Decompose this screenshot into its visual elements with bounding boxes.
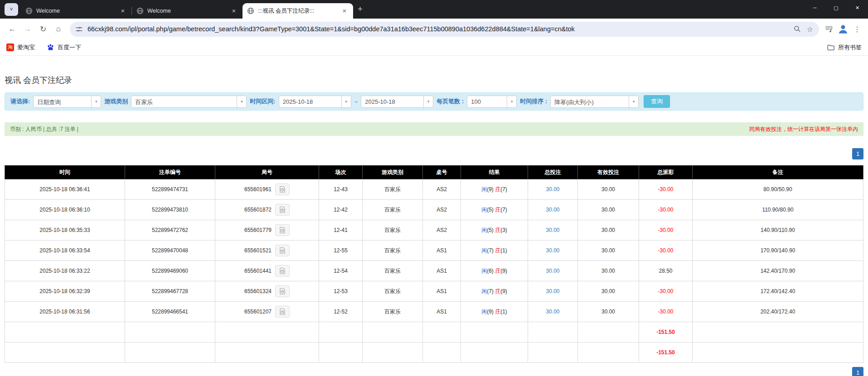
video-replay-button[interactable]	[275, 204, 290, 216]
video-replay-button[interactable]	[275, 245, 290, 256]
minimize-button[interactable]: ─	[804, 0, 825, 15]
remark-cell: 80.90/50.90	[693, 179, 863, 200]
bookmark-taobao[interactable]: 淘 爱淘宝	[6, 43, 35, 52]
column-header: 总派彩	[639, 166, 693, 179]
total-bet-cell: 30.00	[528, 179, 578, 200]
player-result-label: 闲	[481, 288, 487, 294]
new-tab-button[interactable]: +	[358, 4, 363, 14]
tab-title: Welcome	[36, 8, 115, 14]
close-window-button[interactable]: ✕	[847, 0, 868, 15]
refresh-button[interactable]: ↻	[36, 22, 50, 36]
query-type-select[interactable]: 日期查询 ▼	[33, 96, 101, 108]
pagination-bottom: 1	[5, 367, 863, 376]
page-size-select[interactable]: 100 ▼	[467, 96, 517, 108]
result-cell: 闲(9) 庄(1)	[461, 302, 528, 322]
round-wrap: 655601779	[215, 224, 319, 236]
total-bet-cell: 210.00	[528, 342, 578, 363]
taobao-icon: 淘	[6, 43, 14, 51]
close-icon[interactable]: ×	[340, 7, 349, 15]
bookmark-star-icon[interactable]: ☆	[804, 23, 816, 35]
column-header: 有效投注	[578, 166, 639, 179]
player-result-value: (5)	[487, 227, 495, 233]
summary-label-cell: 小计	[5, 322, 125, 342]
chevron-down-icon: ▼	[91, 96, 101, 107]
round-id: 655601521	[244, 247, 272, 254]
sort-value: 降幂(由大到小)	[551, 96, 629, 107]
player-result-label: 闲	[481, 227, 487, 233]
table-row: 2025-10-18 06:35:33522899472762655601779…	[5, 220, 863, 241]
tune-icon[interactable]	[75, 25, 83, 33]
banker-result-value: (7)	[500, 207, 507, 213]
sort-label: 时间排序 :	[520, 97, 547, 106]
date-from-select[interactable]: 2025-10-18 ▼	[279, 96, 351, 108]
banker-result-label: 庄	[495, 227, 500, 233]
date-to-value: 2025-10-18	[361, 96, 423, 107]
valid-bet-cell: 30.00	[578, 220, 639, 241]
bookmark-baidu[interactable]: 百度一下	[47, 43, 81, 52]
player-result-value: (7)	[487, 247, 495, 254]
back-button[interactable]: ←	[5, 22, 19, 36]
media-controls-icon[interactable]	[823, 23, 835, 35]
page-1-button[interactable]: 1	[852, 148, 863, 159]
page-content: 视讯 会员下注纪录 请选择: 日期查询 ▼ 游戏类别 百家乐 ▼ 时间区间: 2…	[0, 75, 868, 376]
result-cell	[461, 322, 528, 342]
table-no-cell: AS2	[423, 200, 461, 220]
column-header: 局号	[215, 166, 319, 179]
bet-records-table: 时间注单编号局号场次游戏类别桌号结果总投注有效投注总派彩备注 2025-10-1…	[5, 165, 863, 363]
video-replay-button[interactable]	[275, 183, 290, 195]
round-id: 655601779	[244, 227, 272, 233]
valid-bet-cell: 30.00	[578, 261, 639, 281]
forward-button[interactable]: →	[21, 22, 34, 36]
video-replay-button[interactable]	[275, 265, 290, 277]
address-bar[interactable]: 66cxkj98.com/ipl/portal.php/game/betreco…	[70, 22, 819, 37]
tab-welcome-2[interactable]: Welcome ×	[132, 3, 242, 19]
page-size-label: 每页笔数 :	[436, 97, 464, 106]
payout-cell: -30.00	[639, 200, 693, 220]
tab-title: :::视讯 会员下注纪录:::	[258, 7, 337, 15]
result-cell	[461, 342, 528, 363]
video-replay-button[interactable]	[275, 306, 290, 318]
globe-icon	[136, 7, 144, 14]
time-cell: 2025-10-18 06:32:39	[5, 281, 125, 302]
game-type-cell: 百家乐	[363, 179, 423, 200]
banker-result-value: (9)	[500, 268, 507, 274]
banker-result-value: (1)	[500, 309, 507, 315]
url-text[interactable]: 66cxkj98.com/ipl/portal.php/game/betreco…	[87, 25, 791, 33]
close-icon[interactable]: ×	[230, 7, 238, 15]
tab-welcome-1[interactable]: Welcome ×	[21, 3, 131, 19]
bet-id-cell: 522899472762	[125, 220, 215, 241]
all-bookmarks-button[interactable]: 所有书签	[827, 43, 862, 52]
date-to-select[interactable]: 2025-10-18 ▼	[361, 96, 433, 108]
home-button[interactable]: ⌂	[52, 22, 65, 36]
table-no-cell: AS2	[423, 220, 461, 241]
time-cell: 2025-10-18 06:36:41	[5, 179, 125, 200]
sort-select[interactable]: 降幂(由大到小) ▼	[550, 96, 639, 108]
game-type-label: 游戏类别	[104, 97, 128, 106]
page-1-button[interactable]: 1	[852, 367, 863, 376]
player-result-label: 闲	[481, 309, 487, 315]
tab-search-button[interactable]: ˅	[5, 3, 18, 16]
total-bet-cell: 30.00	[528, 200, 578, 220]
tab-bet-record[interactable]: :::视讯 会员下注纪录::: ×	[242, 3, 353, 19]
column-header: 总投注	[528, 166, 578, 179]
round-cell	[215, 322, 319, 342]
search-button[interactable]: 查询	[644, 95, 670, 108]
round-id: 655601961	[244, 186, 272, 193]
zoom-icon[interactable]	[791, 23, 804, 35]
profile-avatar-icon[interactable]	[837, 23, 849, 35]
video-replay-button[interactable]	[275, 224, 290, 236]
session-cell: 12-42	[319, 200, 363, 220]
maximize-button[interactable]: ▢	[825, 0, 847, 15]
player-result-value: (7)	[487, 288, 495, 294]
remark-cell: 202.40/172.40	[693, 302, 863, 322]
video-replay-button[interactable]	[275, 285, 290, 297]
column-header: 注单编号	[125, 166, 215, 179]
game-type-select[interactable]: 百家乐 ▼	[131, 96, 247, 108]
game-type-cell: 百家乐	[363, 241, 423, 261]
result-cell: 闲(5) 庄(7)	[461, 200, 528, 220]
chevron-down-icon: ▼	[237, 96, 246, 107]
banker-result-value: (1)	[500, 247, 507, 254]
close-icon[interactable]: ×	[119, 7, 127, 15]
menu-icon[interactable]: ⋮	[851, 23, 863, 35]
total-bet-cell: 30.00	[528, 261, 578, 281]
